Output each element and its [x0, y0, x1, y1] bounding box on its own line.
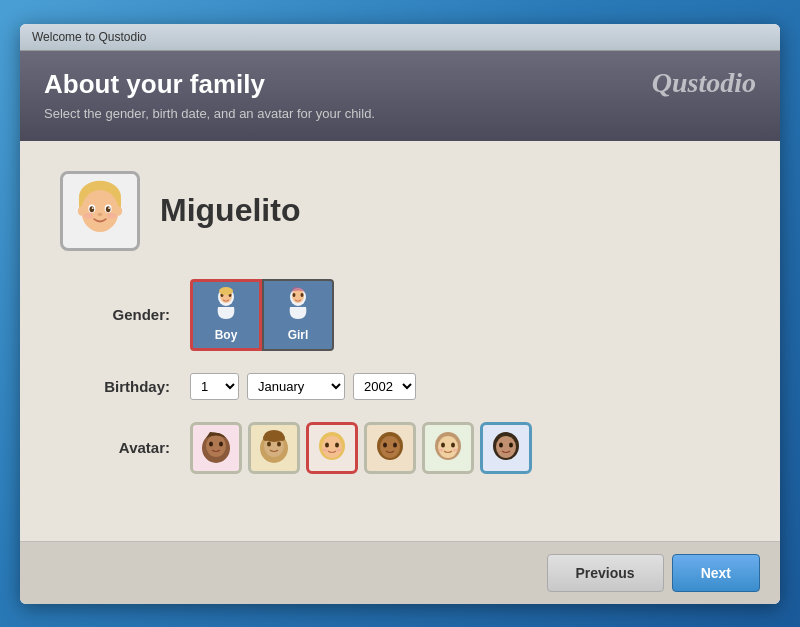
svg-point-45 [383, 442, 387, 447]
svg-point-49 [441, 442, 445, 447]
avatar-option-6[interactable] [480, 422, 532, 474]
svg-point-25 [206, 435, 226, 457]
birthday-controls: 1234567891011121314151617181920212223242… [190, 373, 416, 400]
birthday-label: Birthday: [70, 378, 170, 395]
svg-point-30 [267, 441, 271, 446]
avatar-row: Avatar: [70, 422, 740, 474]
birthday-year-select[interactable]: 1990199119921993199419951996199719981999… [353, 373, 416, 400]
svg-point-10 [98, 212, 103, 216]
svg-point-14 [115, 206, 122, 215]
svg-point-27 [219, 441, 223, 446]
previous-button[interactable]: Previous [547, 554, 664, 592]
window-title: Welcome to Qustodio [32, 30, 147, 44]
svg-point-19 [219, 287, 233, 295]
avatar-options [190, 422, 532, 474]
svg-point-36 [275, 432, 281, 438]
svg-point-31 [277, 441, 281, 446]
svg-point-7 [106, 206, 111, 212]
svg-point-11 [84, 212, 93, 218]
svg-point-39 [325, 442, 329, 447]
svg-point-9 [108, 207, 110, 209]
footer: Previous Next [20, 541, 780, 604]
svg-point-12 [107, 212, 116, 218]
avatar-label: Avatar: [70, 439, 170, 456]
form-rows: Gender: [60, 279, 740, 474]
svg-point-46 [393, 442, 397, 447]
gender-girl-button[interactable]: Girl [262, 279, 334, 351]
svg-point-3 [81, 190, 118, 232]
svg-point-52 [453, 448, 458, 451]
svg-point-40 [335, 442, 339, 447]
child-avatar-preview [60, 171, 140, 251]
brand-logo: Qustodio [652, 67, 756, 99]
girl-icon [282, 287, 314, 324]
child-header: Miguelito [60, 171, 740, 251]
svg-point-42 [337, 448, 342, 451]
gender-buttons: Boy [190, 279, 334, 351]
svg-point-35 [267, 432, 273, 438]
gender-row: Gender: [70, 279, 740, 351]
svg-point-50 [451, 442, 455, 447]
svg-point-51 [439, 448, 444, 451]
content-area: Miguelito Gender: [20, 141, 780, 541]
svg-point-41 [323, 448, 328, 451]
birthday-month-select[interactable]: JanuaryFebruaryMarchAprilMayJuneJulyAugu… [247, 373, 345, 400]
page-title: About your family [44, 69, 756, 100]
boy-icon [210, 287, 242, 324]
svg-point-56 [509, 442, 513, 447]
page-subtitle: Select the gender, birth date, and an av… [44, 106, 756, 121]
svg-point-26 [209, 441, 213, 446]
title-bar: Welcome to Qustodio [20, 24, 780, 51]
avatar-option-1[interactable] [190, 422, 242, 474]
svg-point-48 [438, 436, 458, 458]
birthday-day-select[interactable]: 1234567891011121314151617181920212223242… [190, 373, 239, 400]
birthday-row: Birthday: 123456789101112131415161718192… [70, 373, 740, 400]
main-window: Welcome to Qustodio About your family Se… [20, 24, 780, 604]
svg-point-44 [380, 436, 400, 458]
header-section: About your family Select the gender, bir… [20, 51, 780, 141]
next-button[interactable]: Next [672, 554, 760, 592]
avatar-option-2[interactable] [248, 422, 300, 474]
svg-point-22 [293, 293, 296, 297]
svg-point-6 [90, 206, 95, 212]
gender-label: Gender: [70, 306, 170, 323]
svg-point-38 [322, 436, 342, 458]
gender-boy-button[interactable]: Boy [190, 279, 262, 351]
avatar-option-4[interactable] [364, 422, 416, 474]
avatar-option-5[interactable] [422, 422, 474, 474]
girl-label: Girl [288, 328, 309, 342]
svg-point-54 [496, 436, 516, 458]
svg-point-23 [301, 293, 304, 297]
svg-point-8 [92, 207, 94, 209]
avatar-option-3[interactable] [306, 422, 358, 474]
svg-point-55 [499, 442, 503, 447]
child-name: Miguelito [160, 192, 300, 229]
boy-label: Boy [215, 328, 238, 342]
svg-point-13 [78, 206, 85, 215]
